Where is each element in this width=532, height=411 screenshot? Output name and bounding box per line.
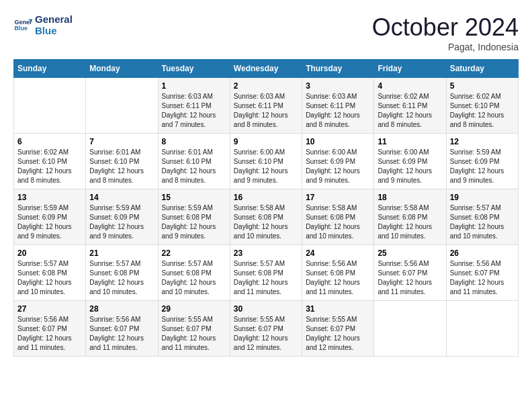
day-info: Sunrise: 5:59 AM Sunset: 6:09 PM Dayligh… xyxy=(89,203,154,241)
day-header-monday: Monday xyxy=(86,60,158,78)
day-number: 11 xyxy=(378,137,442,146)
day-info: Sunrise: 5:57 AM Sunset: 6:08 PM Dayligh… xyxy=(89,259,154,297)
day-number: 6 xyxy=(17,137,82,146)
week-row-3: 13Sunrise: 5:59 AM Sunset: 6:09 PM Dayli… xyxy=(14,189,519,245)
day-number: 12 xyxy=(450,137,515,146)
day-info: Sunrise: 5:56 AM Sunset: 6:07 PM Dayligh… xyxy=(450,259,515,297)
day-number: 22 xyxy=(162,248,226,258)
day-number: 20 xyxy=(17,248,82,258)
day-cell: 21Sunrise: 5:57 AM Sunset: 6:08 PM Dayli… xyxy=(86,245,158,301)
day-cell: 26Sunrise: 5:56 AM Sunset: 6:07 PM Dayli… xyxy=(446,245,518,301)
day-number: 2 xyxy=(234,81,298,91)
day-number: 30 xyxy=(234,304,298,314)
svg-text:Blue: Blue xyxy=(14,25,28,32)
day-info: Sunrise: 5:57 AM Sunset: 6:08 PM Dayligh… xyxy=(234,259,298,297)
day-info: Sunrise: 5:56 AM Sunset: 6:08 PM Dayligh… xyxy=(306,259,370,297)
day-header-saturday: Saturday xyxy=(446,60,518,78)
logo: General Blue General Blue xyxy=(13,13,73,36)
day-info: Sunrise: 6:03 AM Sunset: 6:11 PM Dayligh… xyxy=(234,92,298,130)
day-cell: 7Sunrise: 6:01 AM Sunset: 6:10 PM Daylig… xyxy=(86,134,158,189)
day-info: Sunrise: 5:57 AM Sunset: 6:08 PM Dayligh… xyxy=(17,259,82,297)
day-cell: 24Sunrise: 5:56 AM Sunset: 6:08 PM Dayli… xyxy=(302,245,374,301)
day-number: 31 xyxy=(306,304,370,314)
day-number: 23 xyxy=(234,248,298,258)
day-number: 26 xyxy=(450,248,515,258)
day-info: Sunrise: 5:55 AM Sunset: 6:07 PM Dayligh… xyxy=(234,315,298,353)
page-header: General Blue General Blue October 2024 P… xyxy=(13,13,519,52)
day-cell: 19Sunrise: 5:57 AM Sunset: 6:08 PM Dayli… xyxy=(446,189,518,245)
day-cell xyxy=(374,301,446,357)
day-info: Sunrise: 5:56 AM Sunset: 6:07 PM Dayligh… xyxy=(378,259,442,297)
day-info: Sunrise: 5:55 AM Sunset: 6:07 PM Dayligh… xyxy=(306,315,370,353)
day-cell: 1Sunrise: 6:03 AM Sunset: 6:11 PM Daylig… xyxy=(158,78,230,134)
day-info: Sunrise: 5:58 AM Sunset: 6:08 PM Dayligh… xyxy=(306,203,370,241)
day-cell: 30Sunrise: 5:55 AM Sunset: 6:07 PM Dayli… xyxy=(230,301,302,357)
logo-general: General xyxy=(35,13,73,25)
day-info: Sunrise: 5:58 AM Sunset: 6:08 PM Dayligh… xyxy=(234,203,298,241)
day-header-friday: Friday xyxy=(374,60,446,78)
day-cell: 18Sunrise: 5:58 AM Sunset: 6:08 PM Dayli… xyxy=(374,189,446,245)
day-info: Sunrise: 6:02 AM Sunset: 6:10 PM Dayligh… xyxy=(17,148,82,185)
day-cell: 14Sunrise: 5:59 AM Sunset: 6:09 PM Dayli… xyxy=(86,189,158,245)
day-info: Sunrise: 6:03 AM Sunset: 6:11 PM Dayligh… xyxy=(306,92,370,130)
day-info: Sunrise: 5:56 AM Sunset: 6:07 PM Dayligh… xyxy=(17,315,82,353)
day-number: 13 xyxy=(17,193,82,202)
day-cell xyxy=(14,78,86,134)
day-number: 15 xyxy=(162,193,226,202)
day-header-wednesday: Wednesday xyxy=(230,60,302,78)
day-number: 29 xyxy=(162,304,226,314)
week-row-1: 1Sunrise: 6:03 AM Sunset: 6:11 PM Daylig… xyxy=(14,78,519,134)
day-info: Sunrise: 6:02 AM Sunset: 6:11 PM Dayligh… xyxy=(378,92,442,130)
day-info: Sunrise: 5:59 AM Sunset: 6:09 PM Dayligh… xyxy=(17,203,82,241)
logo-icon: General Blue xyxy=(13,15,32,34)
location: Pagat, Indonesia xyxy=(372,42,519,52)
day-cell: 31Sunrise: 5:55 AM Sunset: 6:07 PM Dayli… xyxy=(302,301,374,357)
day-number: 25 xyxy=(378,248,442,258)
day-cell: 8Sunrise: 6:01 AM Sunset: 6:10 PM Daylig… xyxy=(158,134,230,189)
week-row-5: 27Sunrise: 5:56 AM Sunset: 6:07 PM Dayli… xyxy=(14,301,519,357)
day-number: 10 xyxy=(306,137,370,146)
day-info: Sunrise: 5:58 AM Sunset: 6:08 PM Dayligh… xyxy=(378,203,442,241)
day-info: Sunrise: 6:01 AM Sunset: 6:10 PM Dayligh… xyxy=(162,148,226,185)
day-info: Sunrise: 6:02 AM Sunset: 6:10 PM Dayligh… xyxy=(450,92,515,130)
day-number: 14 xyxy=(89,193,154,202)
day-info: Sunrise: 5:59 AM Sunset: 6:09 PM Dayligh… xyxy=(450,148,515,185)
day-cell: 2Sunrise: 6:03 AM Sunset: 6:11 PM Daylig… xyxy=(230,78,302,134)
day-cell: 22Sunrise: 5:57 AM Sunset: 6:08 PM Dayli… xyxy=(158,245,230,301)
day-number: 21 xyxy=(89,248,154,258)
day-cell: 17Sunrise: 5:58 AM Sunset: 6:08 PM Dayli… xyxy=(302,189,374,245)
day-cell xyxy=(86,78,158,134)
day-cell: 20Sunrise: 5:57 AM Sunset: 6:08 PM Dayli… xyxy=(14,245,86,301)
day-cell: 5Sunrise: 6:02 AM Sunset: 6:10 PM Daylig… xyxy=(446,78,518,134)
calendar-header-row: SundayMondayTuesdayWednesdayThursdayFrid… xyxy=(14,60,519,78)
day-cell: 29Sunrise: 5:55 AM Sunset: 6:07 PM Dayli… xyxy=(158,301,230,357)
day-header-sunday: Sunday xyxy=(14,60,86,78)
day-cell: 13Sunrise: 5:59 AM Sunset: 6:09 PM Dayli… xyxy=(14,189,86,245)
day-header-thursday: Thursday xyxy=(302,60,374,78)
day-info: Sunrise: 6:01 AM Sunset: 6:10 PM Dayligh… xyxy=(89,148,154,185)
day-number: 24 xyxy=(306,248,370,258)
day-cell: 12Sunrise: 5:59 AM Sunset: 6:09 PM Dayli… xyxy=(446,134,518,189)
week-row-2: 6Sunrise: 6:02 AM Sunset: 6:10 PM Daylig… xyxy=(14,134,519,189)
day-cell: 11Sunrise: 6:00 AM Sunset: 6:09 PM Dayli… xyxy=(374,134,446,189)
day-cell: 3Sunrise: 6:03 AM Sunset: 6:11 PM Daylig… xyxy=(302,78,374,134)
day-cell: 15Sunrise: 5:59 AM Sunset: 6:08 PM Dayli… xyxy=(158,189,230,245)
day-number: 27 xyxy=(17,304,82,314)
day-info: Sunrise: 5:59 AM Sunset: 6:08 PM Dayligh… xyxy=(162,203,226,241)
day-number: 8 xyxy=(162,137,226,146)
day-cell: 6Sunrise: 6:02 AM Sunset: 6:10 PM Daylig… xyxy=(14,134,86,189)
day-cell xyxy=(446,301,518,357)
logo-blue: Blue xyxy=(35,25,73,36)
day-info: Sunrise: 5:56 AM Sunset: 6:07 PM Dayligh… xyxy=(89,315,154,353)
day-cell: 9Sunrise: 6:00 AM Sunset: 6:10 PM Daylig… xyxy=(230,134,302,189)
calendar-table: SundayMondayTuesdayWednesdayThursdayFrid… xyxy=(13,59,519,357)
day-info: Sunrise: 5:57 AM Sunset: 6:08 PM Dayligh… xyxy=(162,259,226,297)
day-info: Sunrise: 6:00 AM Sunset: 6:09 PM Dayligh… xyxy=(306,148,370,185)
day-number: 4 xyxy=(378,81,442,91)
day-number: 9 xyxy=(234,137,298,146)
day-number: 7 xyxy=(89,137,154,146)
day-number: 5 xyxy=(450,81,515,91)
day-header-tuesday: Tuesday xyxy=(158,60,230,78)
day-info: Sunrise: 5:57 AM Sunset: 6:08 PM Dayligh… xyxy=(450,203,515,241)
day-cell: 25Sunrise: 5:56 AM Sunset: 6:07 PM Dayli… xyxy=(374,245,446,301)
